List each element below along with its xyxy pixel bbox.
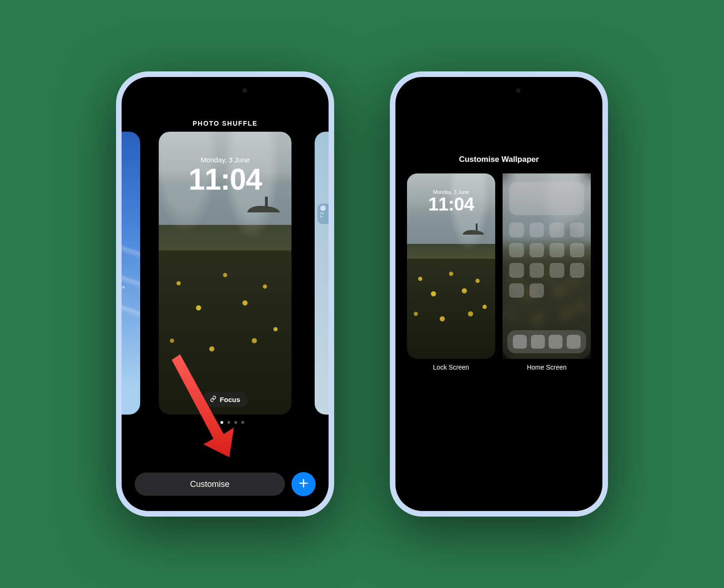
foliage-graphic xyxy=(407,259,495,359)
bottom-bar: Customise xyxy=(122,472,329,496)
lock-time: 11:04 xyxy=(407,194,495,215)
focus-label: Focus xyxy=(220,396,240,403)
lighthouse-graphic xyxy=(265,197,268,209)
lock-time: 11:04 xyxy=(159,162,291,197)
wallpaper-card-current[interactable]: Monday, 3 June 11:04 Focus xyxy=(159,132,291,415)
weather-line1: Pa xyxy=(320,212,329,215)
dynamic-island xyxy=(472,83,526,97)
dynamic-island xyxy=(198,83,252,97)
customise-button-label: Customise xyxy=(190,479,229,489)
wallpaper-card-prev[interactable] xyxy=(122,132,140,415)
wallpaper-mode-title: PHOTO SHUFFLE xyxy=(122,120,329,127)
weather-line2: H: xyxy=(320,215,329,218)
customise-wallpaper-title: Customise Wallpaper xyxy=(395,155,602,164)
customise-pair: Monday, 3 June 11:04 Lock Screen xyxy=(395,173,602,371)
screen-right: Customise Wallpaper Monday, 3 June 11:04… xyxy=(395,77,602,511)
phone-right: Customise Wallpaper Monday, 3 June 11:04… xyxy=(390,71,608,517)
lock-screen-preview[interactable]: Monday, 3 June 11:04 xyxy=(407,173,495,359)
lighthouse-graphic xyxy=(476,224,478,232)
wallpaper-carousel[interactable]: Monday, 3 June 11:04 Focus Pa H xyxy=(122,132,329,415)
phone-left: PHOTO SHUFFLE Monday, 3 June 11:04 Focu xyxy=(116,71,334,517)
focus-pill[interactable]: Focus xyxy=(202,392,247,407)
home-screen-preview[interactable] xyxy=(503,173,591,359)
home-screen-label: Home Screen xyxy=(527,364,567,371)
weather-widget-peek: Pa H: xyxy=(317,204,329,224)
home-dock xyxy=(507,330,586,353)
add-wallpaper-button[interactable] xyxy=(291,472,316,496)
home-icon-grid xyxy=(509,223,584,298)
plus-icon xyxy=(298,478,309,491)
page-indicator xyxy=(122,421,329,424)
home-screen-option[interactable]: Home Screen xyxy=(503,173,591,371)
home-widget-placeholder xyxy=(509,182,584,215)
foliage-graphic xyxy=(159,250,291,415)
screen-left: PHOTO SHUFFLE Monday, 3 June 11:04 Focu xyxy=(122,77,329,511)
wallpaper-card-next[interactable]: Pa H: xyxy=(315,132,329,415)
lock-screen-option[interactable]: Monday, 3 June 11:04 Lock Screen xyxy=(407,173,495,371)
link-icon xyxy=(210,396,216,403)
lock-screen-label: Lock Screen xyxy=(433,364,469,371)
customise-button[interactable]: Customise xyxy=(135,473,285,496)
